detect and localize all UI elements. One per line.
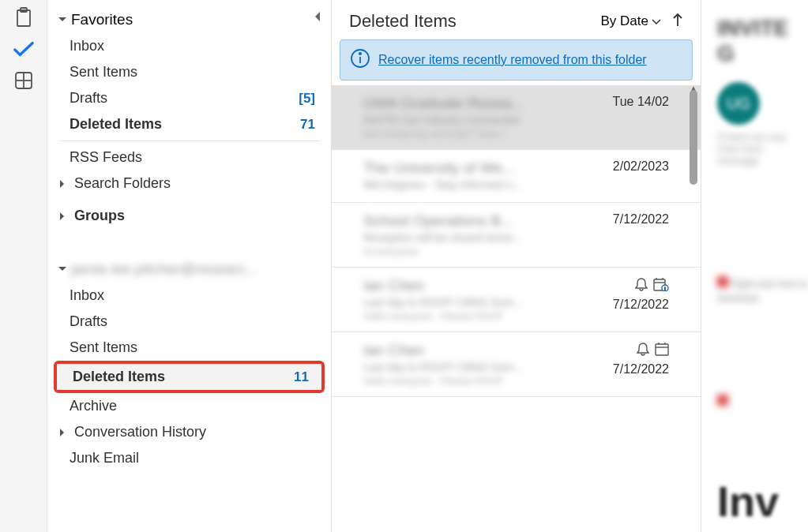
favorites-title: Favorites: [71, 11, 133, 28]
folder-search-folders[interactable]: Search Folders: [47, 170, 331, 197]
message-preview: Hello everyone - Please RSVP: [363, 375, 613, 387]
svg-rect-21: [717, 395, 728, 406]
list-title: Deleted Items: [349, 11, 457, 32]
message-preview: Hello everyone - Please RSVP: [363, 310, 613, 322]
sort-by-date[interactable]: By Date: [601, 13, 661, 29]
folder-nav-panel: Favorites Inbox Sent Items Drafts[5] Del…: [47, 0, 332, 532]
account-header[interactable]: jamie.lee.pitcher@researc...: [47, 256, 331, 283]
message-date: 7/12/2022: [613, 212, 669, 227]
calendar-icon: [655, 342, 669, 359]
svg-text:i: i: [664, 287, 665, 291]
message-sender: UWA Graduate Resea...: [363, 95, 613, 112]
apps-icon[interactable]: [13, 69, 35, 92]
folder-sent-items-2[interactable]: Sent Items: [47, 335, 331, 361]
svg-rect-20: [717, 276, 728, 287]
folder-deleted-items-2[interactable]: Deleted Items11: [57, 364, 321, 390]
folder-junk-email[interactable]: Junk Email: [47, 445, 331, 471]
folder-sent-items[interactable]: Sent Items: [47, 59, 331, 85]
recover-items-bar: Recover items recently removed from this…: [340, 39, 693, 81]
folder-deleted-items[interactable]: Deleted Items71: [47, 111, 331, 137]
recover-items-link[interactable]: Recover items recently removed from this…: [378, 53, 647, 67]
message-subject: Reception will be closed tomor...: [363, 231, 613, 244]
folder-drafts-2[interactable]: Drafts: [47, 309, 331, 335]
clipboard-icon[interactable]: [13, 6, 35, 28]
message-preview: Hi everyone: [363, 245, 613, 257]
folder-inbox-2[interactable]: Inbox: [47, 283, 331, 309]
reading-body-heading: Inv: [717, 477, 779, 526]
svg-rect-0: [17, 10, 30, 26]
highlighted-folder-annotation: Deleted Items11: [54, 361, 325, 393]
message-sender: The University of We...: [363, 159, 613, 177]
scrollbar-thumb[interactable]: [690, 90, 697, 185]
svg-rect-16: [656, 344, 668, 355]
message-subject: Last day to RSVP! CBNS Sum...: [363, 296, 613, 309]
message-date: 7/12/2022: [613, 362, 669, 377]
chevron-right-icon: [57, 212, 68, 221]
chevron-down-icon: [57, 266, 68, 272]
chevron-right-icon: [57, 428, 68, 437]
chevron-down-icon: [57, 17, 68, 23]
account-email: jamie.lee.pitcher@researc...: [71, 260, 258, 278]
folder-groups[interactable]: Groups: [47, 203, 331, 229]
message-sender: Ian Chen: [363, 342, 613, 359]
message-date: Tue 14/02: [613, 95, 669, 109]
message-subject: Last day to RSVP! CBNS Sum...: [363, 361, 613, 373]
message-sender: Ian Chen: [363, 277, 613, 294]
message-list-panel: Deleted Items By Date Recover items rece…: [332, 0, 701, 532]
message-item[interactable]: UWA Graduate Resea... INVITE Get Industr…: [332, 85, 701, 150]
message-item[interactable]: The University of We... WA Degrees - Sta…: [332, 150, 701, 203]
folder-inbox[interactable]: Inbox: [47, 33, 331, 59]
message-item[interactable]: School Operations B... Reception will be…: [332, 203, 701, 268]
folder-conversation-history[interactable]: Conversation History: [47, 419, 331, 445]
calendar-info-icon: i: [653, 277, 669, 294]
chevron-right-icon: [57, 179, 68, 189]
bell-icon: [634, 277, 648, 294]
favorites-header[interactable]: Favorites: [47, 6, 331, 33]
info-icon: [350, 48, 370, 72]
nav-divider: [58, 140, 320, 141]
reading-meta: If there are anyClick heremessage: [717, 131, 792, 167]
collapse-nav-icon[interactable]: [314, 11, 321, 25]
message-list: ▲ UWA Graduate Resea... INVITE Get Indus…: [332, 85, 701, 532]
sort-direction-icon[interactable]: [672, 13, 683, 30]
message-sender: School Operations B...: [363, 212, 613, 230]
folder-archive[interactable]: Archive: [47, 393, 331, 419]
folder-drafts[interactable]: Drafts[5]: [47, 85, 331, 111]
message-subject: INVITE Get Industry Connected: [363, 114, 613, 126]
reading-pane: INVITE G UG If there are anyClick hereme…: [701, 0, 808, 532]
message-date: 7/12/2022: [613, 298, 669, 312]
left-rail: [0, 0, 47, 532]
folder-rss-feeds[interactable]: RSS Feeds: [47, 144, 331, 170]
message-item[interactable]: Ian Chen Last day to RSVP! CBNS Sum... H…: [332, 268, 701, 332]
checkmark-icon[interactable]: [13, 38, 35, 60]
message-preview: Not rendering correctly? View t: [363, 128, 613, 140]
message-subject: WA Degrees - Stay informed o...: [363, 178, 613, 191]
bell-icon: [636, 342, 650, 359]
svg-point-9: [359, 53, 361, 54]
avatar: UG: [717, 82, 760, 125]
chevron-down-icon: [652, 13, 661, 29]
message-date: 2/02/2023: [613, 159, 669, 174]
message-item[interactable]: Ian Chen Last day to RSVP! CBNS Sum... H…: [332, 332, 701, 397]
reading-title: INVITE G: [717, 16, 792, 66]
